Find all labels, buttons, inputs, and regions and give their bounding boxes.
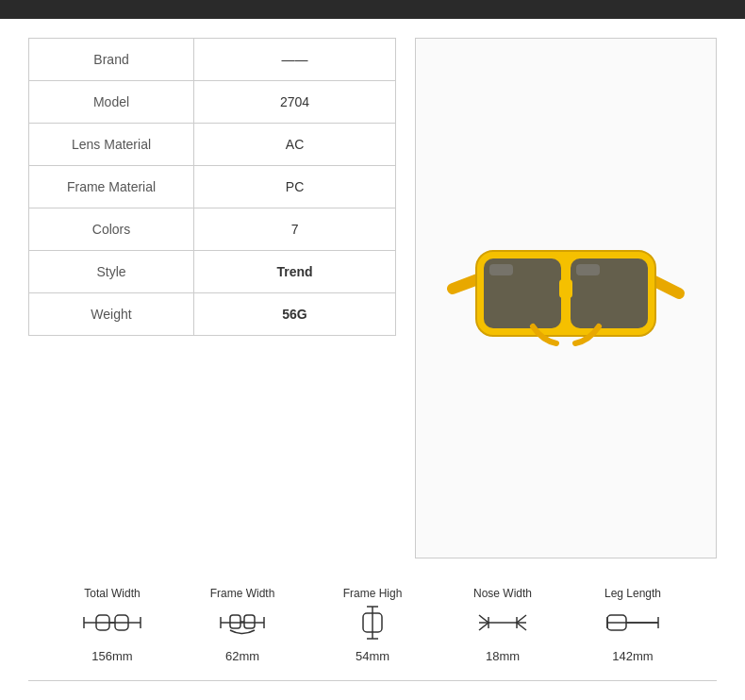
measurement-label-4: Leg Length [604,587,661,600]
measurement-value-0: 156mm [91,649,132,663]
nose-width-icon [470,604,536,645]
frame-high-icon [339,604,406,645]
measurement-value-2: 54mm [356,649,389,663]
measurement-value-1: 62mm [225,649,259,663]
page-wrapper: Brand——Model2704Lens MaterialACFrame Mat… [0,0,745,700]
measurement-label-2: Frame High [343,587,403,600]
table-label-6: Weight [29,293,194,336]
bottom-divider [28,680,717,681]
measurement-item-frame-high: Frame High 54mm [316,587,429,663]
table-label-2: Lens Material [29,124,194,166]
table-value-4: 7 [194,208,396,251]
table-value-5: Trend [194,251,396,293]
table-label-1: Model [29,81,194,124]
sunglasses-illustration [439,204,693,392]
product-image [415,38,717,558]
measurement-value-4: 142mm [612,649,653,663]
info-table-wrapper: Brand——Model2704Lens MaterialACFrame Mat… [28,38,396,558]
measurement-item-nose-width: Nose Width 18mm [446,587,559,663]
svg-rect-4 [489,264,513,275]
table-label-0: Brand [29,39,194,81]
table-value-0: —— [194,39,396,81]
measurement-item-leg-length: Leg Length 142mm [576,587,689,663]
table-label-4: Colors [29,208,194,251]
product-info-table: Brand——Model2704Lens MaterialACFrame Mat… [28,38,396,336]
table-label-5: Style [29,251,194,293]
table-value-1: 2704 [194,81,396,124]
svg-rect-15 [230,615,240,628]
measurement-label-3: Nose Width [473,587,532,600]
measurement-item-total-width: Total Width 156mm [56,587,169,663]
table-label-3: Frame Material [29,166,194,208]
table-value-6: 56G [194,293,396,336]
table-value-2: AC [194,124,396,166]
leg-length-icon [600,604,666,645]
measurement-item-frame-width: Frame Width 62mm [186,587,299,663]
svg-rect-16 [244,615,255,628]
measurement-label-0: Total Width [84,587,140,600]
measurement-value-3: 18mm [486,649,520,663]
total-width-icon [79,604,145,645]
measurements-row: Total Width 156mmFrame Width 62mmFrame H… [28,587,717,663]
header [0,0,745,19]
svg-rect-5 [576,264,600,275]
svg-rect-3 [559,279,572,298]
table-value-3: PC [194,166,396,208]
measurement-label-1: Frame Width [210,587,275,600]
main-content: Brand——Model2704Lens MaterialACFrame Mat… [0,19,745,577]
frame-width-icon [209,604,275,645]
measurements-section: Total Width 156mmFrame Width 62mmFrame H… [0,577,745,700]
